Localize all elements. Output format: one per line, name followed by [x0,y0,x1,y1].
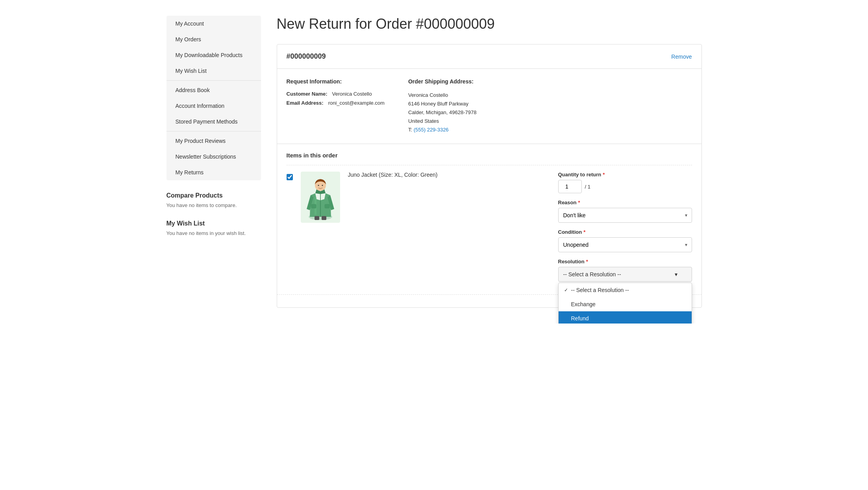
resolution-option-refund[interactable]: ✓ Refund [559,311,692,324]
shipping-info: Order Shipping Address: Veronica Costell… [408,78,476,134]
items-section-title: Items in this order [287,152,692,159]
resolution-option-select[interactable]: ✓ -- Select a Resolution -- [559,283,692,297]
qty-row: / 1 [558,180,692,193]
reason-required-star: * [578,200,580,205]
shipping-address: Veronica Costello 6146 Honey Bluff Parkw… [408,91,476,134]
svg-point-4 [322,185,323,186]
wish-list-section: My Wish List You have no items in your w… [167,220,261,236]
sidebar-item-newsletter-subscriptions[interactable]: Newsletter Subscriptions [167,149,261,165]
quantity-group: Quantity to return * / 1 [558,172,692,193]
item-checkbox[interactable] [287,174,293,180]
order-info: Request Information: Customer Name: Vero… [277,69,701,144]
shipping-name: Veronica Costello [408,91,476,100]
item-details: Juno Jacket (Size: XL, Color: Green) [348,172,550,178]
svg-point-3 [318,185,319,186]
reason-select[interactable]: Don't like Wrong Size Defective [558,208,692,223]
svg-rect-7 [315,216,319,220]
condition-group: Condition * Unopened Opened Damaged ▾ [558,229,692,252]
svg-rect-6 [325,204,329,208]
shipping-phone-row: T: (555) 229-3326 [408,126,476,134]
sidebar-item-my-account[interactable]: My Account [167,16,261,31]
resolution-display-text: -- Select a Resolution -- [563,271,621,277]
select-checkmark: ✓ [564,287,568,293]
order-item: Juno Jacket (Size: XL, Color: Green) Qua… [287,165,692,294]
condition-label: Condition * [558,229,692,235]
customer-name-label: Customer Name: [287,91,328,97]
condition-select-wrapper: Unopened Opened Damaged ▾ [558,237,692,252]
sidebar-item-account-information[interactable]: Account Information [167,98,261,114]
sidebar: My Account My Orders My Downloadable Pro… [167,16,261,308]
compare-products-section: Compare Products You have no items to co… [167,192,261,208]
email-row: Email Address: roni_cost@example.com [287,100,385,106]
quantity-input[interactable] [558,180,582,193]
sidebar-item-my-downloadable-products[interactable]: My Downloadable Products [167,47,261,63]
items-section: Items in this order [277,144,701,294]
shipping-city-state: Calder, Michigan, 49628-7978 [408,108,476,117]
reason-label: Reason * [558,200,692,205]
sidebar-item-my-product-reviews[interactable]: My Product Reviews [167,133,261,149]
shipping-phone-label: T: [408,127,412,133]
order-number: #000000009 [287,52,326,61]
resolution-group: Resolution * -- Select a Resolution -- ▾ [558,259,692,282]
compare-products-title: Compare Products [167,192,261,199]
sidebar-item-my-orders[interactable]: My Orders [167,31,261,47]
email-label: Email Address: [287,100,324,106]
resolution-option-exchange-label: Exchange [571,301,596,307]
qty-total: / 1 [585,184,590,190]
reason-select-wrapper: Don't like Wrong Size Defective ▾ [558,208,692,223]
page-title: New Return for Order #000000009 [277,16,702,32]
resolution-option-select-label: -- Select a Resolution -- [571,287,629,293]
resolution-required-star: * [586,259,588,264]
email-value: roni_cost@example.com [328,100,385,106]
shipping-phone[interactable]: (555) 229-3326 [414,127,449,133]
sidebar-item-my-returns[interactable]: My Returns [167,165,261,180]
order-header: #000000009 Remove [277,44,701,69]
shipping-info-heading: Order Shipping Address: [408,78,476,85]
request-info-heading: Request Information: [287,78,385,85]
remove-link[interactable]: Remove [671,54,692,60]
condition-required-star: * [583,229,585,235]
customer-name-row: Customer Name: Veronica Costello [287,91,385,97]
customer-name-value: Veronica Costello [332,91,372,97]
sidebar-item-stored-payment-methods[interactable]: Stored Payment Methods [167,114,261,129]
wish-list-title: My Wish List [167,220,261,227]
resolution-option-refund-label: Refund [571,315,589,322]
compare-products-text: You have no items to compare. [167,202,261,208]
resolution-option-exchange[interactable]: ✓ Exchange [559,297,692,311]
wish-list-text: You have no items in your wish list. [167,230,261,236]
item-name: Juno Jacket (Size: XL, Color: Green) [348,172,550,178]
resolution-display[interactable]: -- Select a Resolution -- ▾ [558,267,692,282]
resolution-label: Resolution * [558,259,692,264]
quantity-label: Quantity to return * [558,172,692,178]
main-content: New Return for Order #000000009 #0000000… [277,16,702,308]
sidebar-nav: My Account My Orders My Downloadable Pro… [167,16,261,180]
resolution-field-wrapper: -- Select a Resolution -- ▾ ✓ -- Select … [558,267,692,282]
item-controls: Quantity to return * / 1 Reason [558,172,692,288]
request-info: Request Information: Customer Name: Vero… [287,78,385,134]
svg-rect-5 [311,204,316,208]
qty-required-star: * [603,172,605,178]
svg-rect-8 [322,216,326,220]
reason-group: Reason * Don't like Wrong Size Defective… [558,200,692,223]
resolution-chevron-icon: ▾ [675,271,677,277]
sidebar-divider-1 [167,80,261,81]
order-card: #000000009 Remove Request Information: C… [277,44,702,308]
sidebar-item-address-book[interactable]: Address Book [167,82,261,98]
resolution-dropdown: ✓ -- Select a Resolution -- ✓ Exchange ✓ [558,283,692,324]
condition-select[interactable]: Unopened Opened Damaged [558,237,692,252]
sidebar-divider-2 [167,131,261,131]
sidebar-item-my-wish-list[interactable]: My Wish List [167,63,261,79]
shipping-street: 6146 Honey Bluff Parkway [408,100,476,108]
item-image [301,172,340,223]
shipping-country: United States [408,117,476,126]
